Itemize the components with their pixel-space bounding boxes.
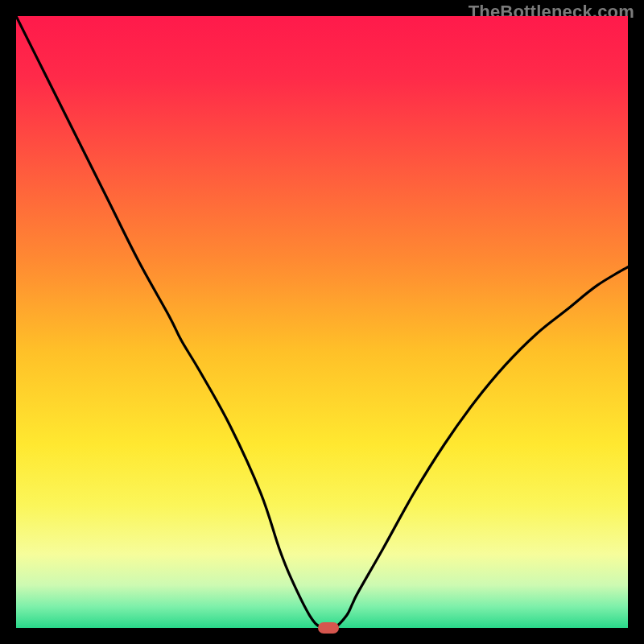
plot-area xyxy=(16,16,628,628)
minimum-marker xyxy=(318,622,339,634)
curve-layer xyxy=(16,16,628,628)
chart-stage: TheBottleneck.com xyxy=(0,0,644,644)
bottleneck-curve xyxy=(16,16,628,628)
